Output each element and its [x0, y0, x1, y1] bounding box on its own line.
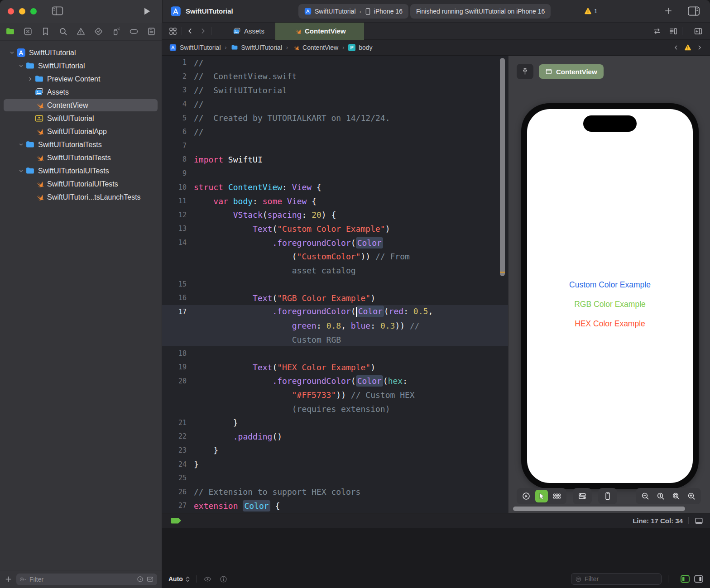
bookmarks-icon[interactable]	[41, 27, 50, 36]
next-issue-icon[interactable]	[696, 44, 703, 51]
sidebar-toggle-icon[interactable]	[52, 6, 63, 16]
activity-status[interactable]: Finished running SwiftUITutorial on iPho…	[410, 4, 551, 19]
tree-item-swiftuitutori-tslaunchtests[interactable]: SwiftUITutori...tsLaunchTests	[0, 191, 161, 204]
svg-text:P: P	[350, 45, 354, 50]
jump-bar: SwiftUITutorial›SwiftUITutorial›ContentV…	[162, 40, 710, 56]
quicklook-icon[interactable]	[203, 575, 212, 583]
tree-item-label: Assets	[47, 88, 69, 96]
inspector-toggle-icon[interactable]	[687, 6, 700, 16]
issue-warning-icon[interactable]	[684, 43, 692, 52]
tree-item-swiftuitutorialapp[interactable]: SwiftUITutorialApp	[0, 125, 161, 138]
run-button[interactable]	[143, 7, 151, 16]
editor-options-icon[interactable]	[669, 27, 678, 36]
tree-item-swiftuitutorialuitests[interactable]: SwiftUITutorialUITests	[0, 164, 161, 177]
info-icon[interactable]	[219, 575, 228, 583]
add-editor-icon[interactable]	[694, 27, 703, 36]
related-items-icon[interactable]	[168, 27, 178, 36]
selectable-mode-icon[interactable]	[535, 490, 548, 502]
tree-item-label: ContentView	[47, 101, 88, 110]
device-settings-icon[interactable]	[576, 490, 589, 502]
tree-item-contentview[interactable]: ContentView	[0, 99, 161, 112]
variants-icon[interactable]	[551, 490, 563, 502]
disclosure-chevron-icon[interactable]	[16, 168, 25, 173]
console-filter-field[interactable]	[571, 573, 662, 585]
breakpoints-icon[interactable]	[129, 27, 139, 36]
console-mode-select[interactable]: Auto	[168, 575, 183, 583]
preview-target-pill[interactable]: ContentView	[539, 64, 604, 79]
warning-badge[interactable]: 1	[584, 7, 597, 15]
iphone-preview-device: Custom Color ExampleRGB Color ExampleHEX…	[521, 103, 699, 489]
console-view-toggle-icon[interactable]	[694, 574, 704, 583]
zoom-in-icon[interactable]	[685, 490, 698, 502]
tab-assets[interactable]: Assets	[222, 23, 275, 40]
swift-icon	[293, 27, 302, 35]
related-editor-icon[interactable]	[652, 27, 662, 36]
breadcrumb-separator: ›	[225, 44, 227, 51]
code-line: 10struct ContentView: View {	[162, 180, 508, 194]
tree-item-label: SwiftUITutorialApp	[47, 128, 107, 136]
issues-icon[interactable]	[76, 27, 86, 36]
navigator-filter-field[interactable]	[16, 574, 157, 585]
source-control-status-icon[interactable]	[146, 575, 154, 583]
live-preview-icon[interactable]	[520, 490, 532, 502]
preview-text: HEX Color Example	[575, 319, 645, 329]
canvas-scrollbar[interactable]	[513, 507, 685, 511]
add-tab-icon[interactable]	[664, 6, 673, 15]
debug-gauge-icon[interactable]	[111, 27, 121, 36]
back-icon[interactable]	[186, 27, 194, 35]
breadcrumb-separator: ›	[342, 44, 344, 51]
tree-item-swiftuitutorialtests[interactable]: SwiftUITutorialTests	[0, 151, 161, 164]
tree-item-preview-content[interactable]: Preview Content	[0, 72, 161, 86]
debug-area: Auto	[162, 528, 710, 588]
editor-scrollbar[interactable]	[500, 58, 505, 276]
tree-item-label: SwiftUITutorial	[47, 115, 94, 123]
disclosure-chevron-icon[interactable]	[16, 142, 25, 147]
forward-icon[interactable]	[199, 27, 207, 35]
window-title: SwiftUITutorial	[186, 7, 233, 15]
tree-item-swiftuitutorialtests[interactable]: SwiftUITutorialTests	[0, 138, 161, 151]
breadcrumb-item-contentview[interactable]: ContentView	[292, 44, 338, 51]
source-editor[interactable]: 1//2// ContentView.swift3// SwiftUITutor…	[162, 56, 508, 513]
disclosure-chevron-icon[interactable]	[25, 76, 34, 81]
filter-input[interactable]	[29, 576, 134, 583]
fullscreen-button[interactable]	[30, 8, 37, 14]
console-filter-input[interactable]	[585, 575, 657, 583]
pin-preview-button[interactable]	[517, 64, 533, 79]
tab-contentview[interactable]: ContentView	[275, 23, 364, 40]
preview-screen[interactable]: Custom Color ExampleRGB Color ExampleHEX…	[527, 109, 693, 483]
tests-icon[interactable]	[94, 27, 103, 36]
code-line: Custom RGB	[162, 333, 508, 347]
zoom-out-icon[interactable]	[639, 490, 652, 502]
scheme-selector[interactable]: SwiftUITutorial › iPhone 16	[298, 4, 408, 19]
debug-area-toggle-icon[interactable]	[694, 516, 704, 526]
zoom-100-icon[interactable]	[654, 490, 667, 502]
disclosure-chevron-icon[interactable]	[16, 63, 25, 68]
tree-item-label: SwiftUITutorialTests	[38, 141, 102, 149]
code-line: 23 }	[162, 444, 508, 458]
recent-files-icon[interactable]	[136, 575, 144, 583]
reports-icon[interactable]	[147, 27, 156, 36]
device-icon[interactable]	[601, 490, 614, 502]
code-line: 2// ContentView.swift	[162, 70, 508, 84]
source-control-icon[interactable]	[23, 27, 33, 36]
tree-item-swiftuitutorial[interactable]: SwiftUITutorial	[0, 112, 161, 125]
tree-item-assets[interactable]: Assets	[0, 86, 161, 99]
tree-item-swiftuitutorial[interactable]: SwiftUITutorial	[0, 46, 161, 59]
disclosure-chevron-icon[interactable]	[7, 50, 16, 55]
add-file-button[interactable]	[5, 575, 12, 583]
preview-text-stack: Custom Color ExampleRGB Color ExampleHEX…	[527, 280, 693, 329]
breadcrumb-item-swiftuitutorial[interactable]: SwiftUITutorial	[231, 44, 283, 51]
breadcrumb-item-body[interactable]: Pbody	[348, 44, 372, 51]
tree-item-swiftuitutorial[interactable]: SwiftUITutorial	[0, 59, 161, 72]
zoom-fit-icon[interactable]	[670, 490, 682, 502]
breadcrumb-item-swiftuitutorial[interactable]: SwiftUITutorial	[169, 44, 221, 51]
previous-issue-icon[interactable]	[673, 44, 679, 51]
swift-icon	[292, 44, 299, 51]
tree-item-swiftuitutorialuitests[interactable]: SwiftUITutorialUITests	[0, 177, 161, 191]
variables-view-toggle-icon[interactable]	[680, 574, 690, 583]
minimize-button[interactable]	[19, 8, 25, 14]
project-navigator-icon[interactable]	[5, 27, 15, 36]
editor-tab-bar: AssetsContentView	[162, 23, 710, 40]
find-icon[interactable]	[58, 27, 68, 36]
close-button[interactable]	[8, 8, 14, 14]
